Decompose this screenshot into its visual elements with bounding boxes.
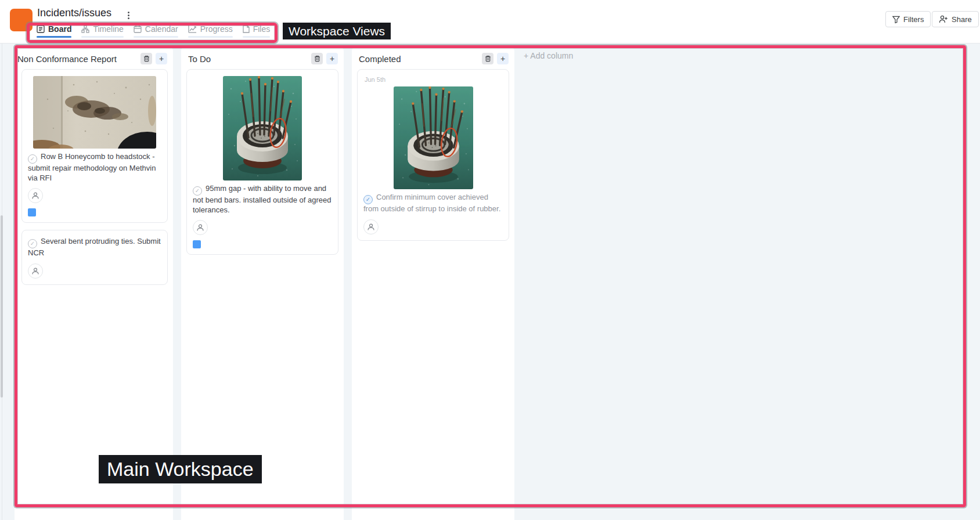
add-card-button[interactable]: + — [497, 53, 509, 64]
tab-timeline[interactable]: Timeline — [81, 24, 123, 38]
plus-icon: + — [500, 55, 505, 63]
column-title[interactable]: Non Conformance Report — [17, 54, 140, 64]
card-image-marine-pile — [394, 86, 473, 189]
tab-files[interactable]: Files — [243, 24, 271, 38]
assignee-avatar[interactable] — [363, 219, 379, 234]
files-icon — [243, 25, 250, 33]
share-person-icon — [939, 15, 948, 23]
card-row-b-honeycomb[interactable]: ✓Row B Honeycomb to headstock - submit r… — [21, 69, 168, 223]
card-bent-ties[interactable]: ✓Several bent protruding ties. Submit NC… — [21, 230, 168, 285]
card-due-date: Jun 5th — [365, 76, 503, 83]
trash-icon — [485, 55, 491, 62]
workspace-view-tabs: Board Timeline Calendar — [37, 24, 270, 38]
filters-label: Filters — [903, 15, 924, 24]
card-title: Row B Honeycomb to headstock - submit re… — [28, 152, 156, 182]
tab-label: Timeline — [93, 24, 123, 34]
delete-column-button[interactable] — [482, 53, 493, 64]
plus-icon: + — [159, 55, 164, 63]
tab-label: Board — [48, 24, 71, 34]
label-chip-blue — [193, 240, 201, 248]
funnel-icon — [892, 16, 900, 23]
card-title: Several bent protruding ties. Submit NCR — [28, 237, 161, 257]
app-logo[interactable] — [10, 9, 33, 31]
column-completed: Completed + Jun 5th — [352, 46, 514, 520]
delete-column-button[interactable] — [311, 53, 323, 64]
progress-icon — [188, 25, 197, 33]
card-95mm-gap[interactable]: ✓95mm gap - with ability to move and not… — [186, 69, 338, 255]
add-column-button[interactable]: + Add column — [524, 51, 573, 60]
assignee-avatar[interactable] — [28, 263, 43, 279]
delete-column-button[interactable] — [140, 53, 152, 64]
page-title: Incidents/issues — [37, 7, 111, 19]
add-card-button[interactable]: + — [156, 53, 167, 64]
check-circle-icon[interactable]: ✓ — [28, 239, 37, 248]
column-title[interactable]: Completed — [359, 54, 482, 64]
tab-calendar[interactable]: Calendar — [134, 24, 178, 38]
trash-icon — [143, 55, 150, 62]
card-image-marine-pile — [223, 76, 302, 180]
app-screen: Incidents/issues Board Timeline — [0, 0, 980, 520]
column-non-conformance-report: Non Conformance Report + — [15, 46, 173, 520]
app-header: Incidents/issues Board Timeline — [0, 0, 980, 44]
assignee-avatar[interactable] — [193, 220, 208, 235]
assignee-avatar[interactable] — [28, 188, 43, 203]
card-title: 95mm gap - with ability to move and not … — [193, 184, 332, 214]
check-circle-icon-checked[interactable]: ✓ — [363, 195, 373, 204]
board-area: Non Conformance Report + — [0, 44, 980, 520]
tab-label: Files — [253, 24, 271, 34]
check-circle-icon[interactable]: ✓ — [28, 154, 37, 164]
card-image-concrete-honeycomb — [33, 76, 156, 149]
calendar-icon — [134, 25, 142, 33]
trash-icon — [314, 55, 320, 62]
board-icon — [37, 25, 45, 33]
left-scrollbar-thumb[interactable] — [1, 215, 3, 398]
tab-board[interactable]: Board — [37, 24, 71, 38]
plus-icon: + — [330, 55, 334, 63]
filters-button[interactable]: Filters — [885, 11, 931, 27]
tab-label: Calendar — [145, 24, 178, 34]
check-circle-icon[interactable]: ✓ — [193, 186, 202, 196]
column-to-do: To Do + — [181, 46, 344, 520]
label-chip-blue — [28, 208, 36, 216]
share-button[interactable]: Share — [932, 11, 979, 27]
tab-progress[interactable]: Progress — [188, 24, 233, 38]
timeline-icon — [81, 25, 89, 33]
column-title[interactable]: To Do — [188, 54, 311, 64]
tab-label: Progress — [200, 24, 233, 34]
add-card-button[interactable]: + — [326, 53, 338, 64]
kebab-menu-icon[interactable] — [124, 10, 133, 20]
share-label: Share — [952, 15, 972, 24]
card-title: Confirm minimum cover achieved from outs… — [363, 193, 500, 213]
card-confirm-minimum-cover[interactable]: Jun 5th ✓Confirm minimum cover achieved … — [357, 69, 509, 241]
